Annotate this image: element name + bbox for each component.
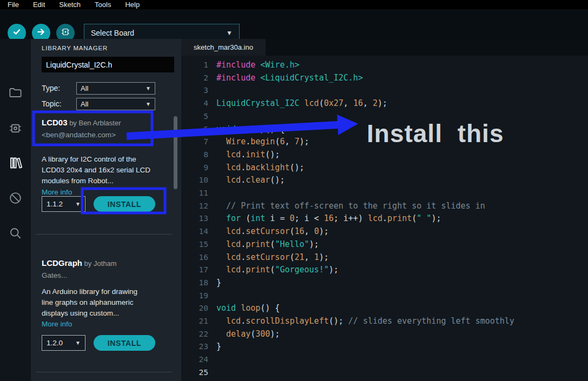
code-line: 13 for (int i = 0; i < 16; i++) lcd.prin… [181, 212, 588, 225]
code-line: 1#include <Wire.h> [181, 59, 588, 72]
version-select[interactable]: 1.1.2 ▼ [42, 196, 85, 212]
library-name: LCDGraph [42, 258, 82, 268]
chevron-down-icon: ▼ [226, 29, 233, 37]
chevron-down-icon: ▼ [146, 101, 151, 107]
code-line: 5 [181, 110, 588, 123]
version-select[interactable]: 1.2.0 ▼ [42, 335, 85, 351]
debugger-icon[interactable] [8, 191, 23, 205]
menu-item-help[interactable]: Help [125, 1, 140, 9]
library-description: An Arduino library for drawing line grap… [42, 286, 137, 319]
code-line: 25 [181, 366, 588, 379]
menu-item-edit[interactable]: Edit [33, 1, 45, 9]
library-author-email: <ben@andatche.com> [42, 131, 116, 139]
install-button[interactable]: INSTALL [94, 335, 155, 351]
library-author: by Ben Arblaster [68, 119, 121, 127]
code-line: 3 [181, 84, 588, 97]
library-name: LCD03 [42, 118, 68, 127]
chevron-down-icon: ▼ [146, 85, 151, 91]
type-filter-label: Type: [42, 84, 60, 92]
check-icon [12, 27, 22, 39]
editor-tab-bar: sketch_mar30a.ino [181, 39, 588, 56]
library-search-input[interactable] [42, 57, 174, 72]
panel-title: LIBRARY MANAGER [42, 45, 108, 51]
code-line: 12 // Print text off-screen to the right… [181, 200, 588, 213]
toolbar: Select Board ▼ [0, 9, 588, 39]
menu-item-sketch[interactable]: Sketch [59, 1, 81, 9]
library-description: A library for I2C control of the LCD03 2… [42, 154, 150, 186]
code-line: 20void loop() { [181, 302, 588, 315]
version-value: 1.1.2 [47, 200, 75, 208]
chevron-down-icon: ▼ [75, 201, 81, 207]
code-line: 15 lcd.print("Hello"); [181, 238, 588, 251]
code-line: 14 lcd.setCursor(16, 0); [181, 225, 588, 238]
code-line: 16 lcd.setCursor(21, 1); [181, 251, 588, 264]
menu-item-tools[interactable]: Tools [95, 1, 111, 9]
activity-bar [0, 39, 31, 381]
boards-manager-icon[interactable] [8, 121, 23, 136]
library-manager-icon[interactable] [8, 156, 23, 170]
more-info-link[interactable]: More info [42, 320, 72, 328]
editor-area: sketch_mar30a.ino 1#include <Wire.h>2#in… [181, 39, 588, 381]
code-line: 8 lcd.init(); [181, 149, 588, 162]
type-filter-select[interactable]: All ▼ [76, 82, 155, 95]
code-line: 10 lcd.clear(); [181, 174, 588, 187]
chevron-down-icon: ▼ [75, 340, 81, 346]
install-button[interactable]: INSTALL [94, 196, 155, 212]
sketchbook-icon[interactable] [8, 85, 23, 100]
code-line: 22 delay(300); [181, 328, 588, 341]
code-line: 7 Wire.begin(6, 7); [181, 136, 588, 149]
code-line: 9 lcd.backlight(); [181, 162, 588, 175]
code-line: 11 [181, 187, 588, 200]
more-info-link[interactable]: More info [42, 188, 72, 196]
divider [36, 234, 172, 235]
library-author: by Jotham [82, 259, 117, 268]
code-area[interactable]: 1#include <Wire.h>2#include <LiquidCryst… [181, 56, 588, 381]
code-line: 2#include <LiquidCrystal_I2C.h> [181, 72, 588, 85]
library-item-title: LCDGraph by Jotham [42, 258, 117, 268]
library-item-title: LCD03 by Ben Arblaster [42, 118, 121, 128]
code-line: 21 lcd.scrollDisplayLeft(); // slides ev… [181, 315, 588, 328]
topic-filter-value: All [81, 100, 146, 108]
tab-sketch[interactable]: sketch_mar30a.ino [181, 39, 266, 56]
code-line: 23} [181, 340, 588, 353]
code-line: 24 [181, 353, 588, 366]
arduino-ide-window: File Edit Sketch Tools Help Select Board… [0, 0, 588, 381]
topic-filter-select[interactable]: All ▼ [76, 98, 155, 110]
divider [36, 372, 172, 372]
code-line: 18} [181, 277, 588, 290]
version-value: 1.2.0 [47, 339, 75, 347]
code-line: 19 [181, 290, 588, 303]
debug-icon [61, 27, 70, 39]
right-arrow-icon [36, 27, 46, 39]
code-line: 4LiquidCrystal_I2C lcd(0x27, 16, 2); [181, 97, 588, 110]
board-selector-label: Select Board [91, 29, 226, 37]
library-manager-panel: LIBRARY MANAGER Type: All ▼ Topic: All ▼… [31, 39, 181, 381]
topic-filter-label: Topic: [42, 99, 62, 108]
library-author-cont: Gates... [42, 271, 67, 279]
menu-bar: File Edit Sketch Tools Help [0, 0, 588, 9]
panel-scrollbar[interactable] [174, 116, 177, 189]
type-filter-value: All [81, 84, 146, 92]
code-line: 17 lcd.print("Gorgeous!"); [181, 264, 588, 277]
code-line: 6void setup() { [181, 123, 588, 136]
search-icon[interactable] [8, 226, 23, 240]
menu-item-file[interactable]: File [8, 1, 19, 9]
